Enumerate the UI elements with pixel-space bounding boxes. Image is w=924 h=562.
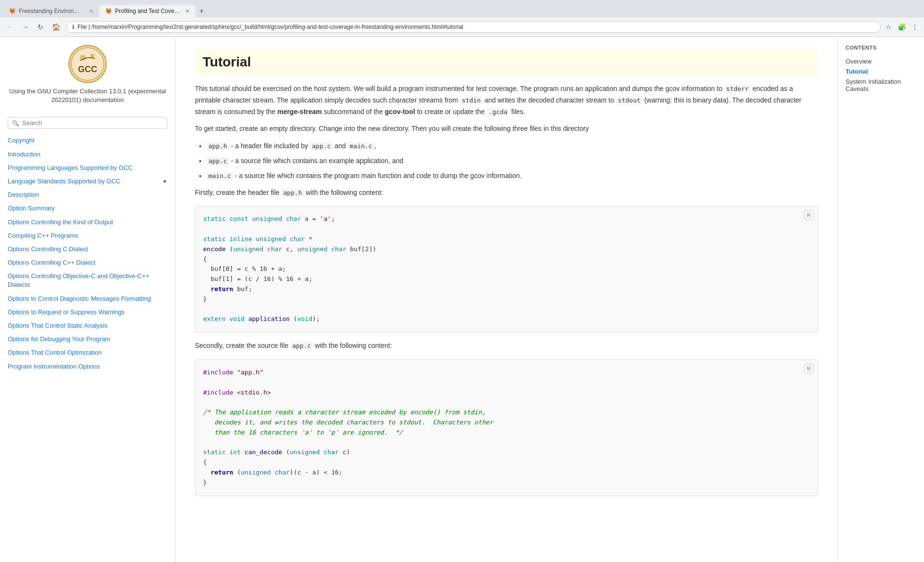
toc-link-system-init[interactable]: System Initialization Caveats: [846, 78, 901, 92]
nav-link-options-debugging[interactable]: Options for Debugging Your Program: [8, 335, 110, 344]
nav-item-options-optimization: Options That Control Optimization: [0, 346, 175, 359]
kw-unsigned-4: unsigned: [297, 245, 328, 253]
kw-char-5: char: [324, 448, 339, 456]
bookmark-button[interactable]: ☆: [884, 21, 894, 33]
kw-unsigned-2: unsigned: [256, 235, 286, 243]
toc-link-overview[interactable]: Overview: [846, 58, 872, 65]
nav-item-options-static-analysis: Options That Control Static Analysis: [0, 319, 175, 332]
nav-link-copyright[interactable]: Copyright: [8, 136, 35, 145]
nav-link-options-c-dialect[interactable]: Options Controlling C Dialect: [8, 245, 88, 254]
merge-stream-bold: merge-stream: [277, 108, 322, 115]
nav-link-language-standards[interactable]: Language Standards Supported by GCC: [8, 177, 120, 186]
toc-overview: Overview: [846, 56, 916, 66]
nav-item-program-instrumentation: Program Instrumentation Options: [0, 360, 175, 373]
para4: Secondly, create the source file app.c w…: [195, 340, 818, 352]
code-block-2: ⎘ #include "app.h" #include <stdio.h> /*…: [195, 359, 818, 496]
search-icon: 🔍: [12, 120, 19, 127]
expand-icon-language-standards[interactable]: ▼: [162, 179, 167, 184]
nav-link-programming-languages[interactable]: Programming Languages Supported by GCC: [8, 164, 132, 172]
tab-close-2[interactable]: ✕: [185, 8, 190, 14]
page-title: Tutorial: [195, 49, 818, 76]
code-content-2: #include "app.h" #include <stdio.h> /* T…: [203, 368, 810, 488]
kw-unsigned-6: unsigned: [241, 469, 271, 476]
nav-item-options-c-dialect: Options Controlling C Dialect: [0, 243, 175, 256]
kw-int-1: int: [230, 448, 241, 456]
para4-prefix: Secondly, create the source file: [195, 342, 288, 349]
back-button[interactable]: ←: [4, 21, 16, 33]
kw-unsigned-5: unsigned: [290, 448, 320, 456]
svg-text:GCC: GCC: [78, 64, 97, 74]
gcda-code: .gcda: [487, 108, 509, 116]
add-tab-button[interactable]: +: [195, 5, 207, 17]
intro-text-1: This tutorial should be exercised on the…: [195, 85, 722, 92]
sidebar-title: Using the GNU Compiler Collection 13.0.1…: [8, 87, 167, 104]
subcommand-text: subcommand of the: [324, 108, 383, 115]
extensions-button[interactable]: 🧩: [896, 21, 908, 33]
copy-button-2[interactable]: ⎘: [804, 364, 814, 373]
nav-link-description[interactable]: Description: [8, 191, 39, 199]
kw-char-2: char: [290, 235, 305, 243]
kw-return-2: return: [211, 469, 233, 476]
kw-unsigned-3: unsigned: [233, 245, 264, 253]
bullet-item-1: app.h - a header file included by app.c …: [206, 140, 818, 152]
nav-link-options-optimization[interactable]: Options That Control Optimization: [8, 348, 102, 357]
sidebar-logo: GCC Using the GNU Compiler Collection 13…: [0, 45, 175, 112]
svg-point-3: [90, 54, 94, 58]
nav-link-options-objc[interactable]: Options Controlling Objective-C and Obje…: [8, 272, 167, 289]
nav-link-compiling-cpp[interactable]: Compiling C++ Programs: [8, 231, 78, 240]
kw-extern-1: extern: [203, 315, 226, 322]
toc-panel: CONTENTS Overview Tutorial System Initia…: [837, 37, 924, 562]
kw-char-1: char: [286, 215, 301, 222]
nav-item-options-diagnostic: Options to Control Diagnostic Messages F…: [0, 292, 175, 306]
stdio-string: <stdio.h>: [237, 389, 270, 396]
para3-suffix: with the following content:: [306, 189, 383, 196]
reload-button[interactable]: ↻: [35, 21, 46, 33]
nav-link-options-static-analysis[interactable]: Options That Control Static Analysis: [8, 321, 107, 330]
char-val-a: 'a': [320, 215, 331, 222]
home-button[interactable]: 🏠: [49, 21, 63, 33]
search-input[interactable]: [22, 119, 163, 127]
nav-link-options-kind-output[interactable]: Options Controlling the Kind of Output: [8, 218, 113, 227]
app-c-ref: app.c: [310, 142, 333, 150]
nav-link-options-warnings[interactable]: Options to Request or Suppress Warnings: [8, 308, 125, 317]
gcc-logo: GCC: [68, 45, 107, 83]
nav-link-program-instrumentation[interactable]: Program Instrumentation Options: [8, 362, 100, 371]
search-box[interactable]: 🔍: [8, 117, 167, 129]
tab-label-1: Freestanding Environme…: [19, 8, 84, 14]
main-c-ref: main.c: [348, 142, 374, 150]
nav-item-options-debugging: Options for Debugging Your Program: [0, 332, 175, 346]
menu-button[interactable]: ⋮: [910, 21, 920, 33]
nav-link-option-summary[interactable]: Option Summary: [8, 204, 55, 213]
nav-item-copyright: Copyright: [0, 134, 175, 147]
tab-close-1[interactable]: ✕: [89, 8, 93, 14]
para4-suffix: with the following content:: [315, 342, 392, 349]
fn-encode: encode: [203, 245, 226, 253]
bullet-item-3: main.c - a source file which contains th…: [206, 170, 818, 181]
intro-text-6: files.: [511, 108, 525, 115]
stdin-code: stdin: [460, 96, 483, 104]
app-c-code: app.c: [290, 342, 313, 350]
nav-item-options-cpp-dialect: Options Controlling C++ Dialect: [0, 256, 175, 269]
nav-link-introduction[interactable]: Introduction: [8, 150, 40, 159]
toc-title: CONTENTS: [846, 45, 916, 51]
tab-profiling[interactable]: 🦊 Profiling and Test Covera… ✕: [99, 5, 195, 17]
nav-link-options-cpp-dialect[interactable]: Options Controlling C++ Dialect: [8, 258, 95, 267]
tab-freestanding[interactable]: 🦊 Freestanding Environme… ✕: [3, 5, 99, 17]
browser-chrome: 🦊 Freestanding Environme… ✕ 🦊 Profiling …: [0, 0, 924, 37]
code-block-1: ⎘ static const unsigned char a = 'a'; st…: [195, 206, 818, 332]
address-bar[interactable]: ℹ File | /home/marxin/Programming/texi2r…: [66, 21, 881, 33]
nav-item-option-summary: Option Summary: [0, 202, 175, 215]
gcc-logo-svg: GCC: [71, 47, 104, 81]
toc-link-tutorial[interactable]: Tutorial: [846, 68, 868, 75]
fn-can-decode: can_decode: [244, 448, 282, 456]
page-container: GCC Using the GNU Compiler Collection 13…: [0, 37, 924, 562]
tab-favicon-1: 🦊: [9, 8, 16, 14]
nav-item-compiling-cpp: Compiling C++ Programs: [0, 229, 175, 243]
forward-button[interactable]: →: [19, 21, 32, 33]
copy-button-1[interactable]: ⎘: [804, 210, 814, 220]
code-content-1: static const unsigned char a = 'a'; stat…: [203, 214, 810, 324]
toc-system-init: System Initialization Caveats: [846, 77, 916, 94]
nav-link-options-diagnostic[interactable]: Options to Control Diagnostic Messages F…: [8, 294, 151, 303]
browser-actions: ☆ 🧩 ⋮: [884, 21, 920, 33]
nav-links: CopyrightIntroductionProgramming Languag…: [0, 134, 175, 373]
